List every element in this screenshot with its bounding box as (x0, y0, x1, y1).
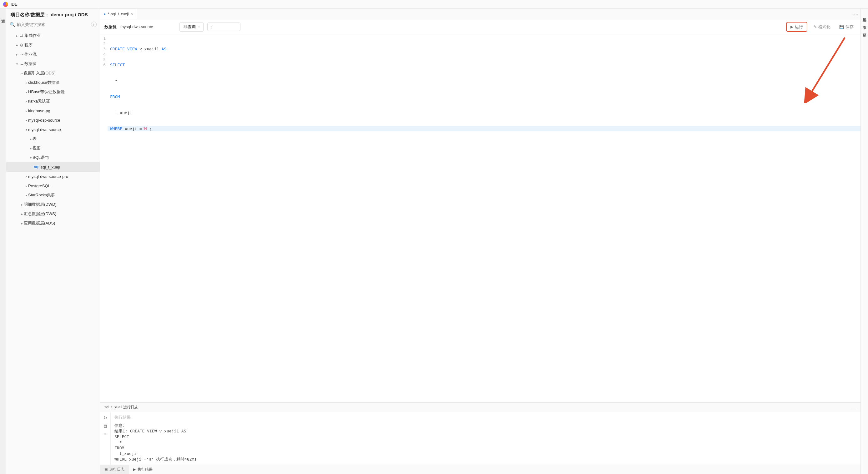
delimiter-input[interactable]: ; (207, 23, 241, 31)
sidebar-search: 🔍 + (6, 20, 100, 30)
tree-mysql-dws[interactable]: ▾mysql-dws-source (6, 125, 100, 134)
tree-programs[interactable]: ▸⚙程序 (6, 40, 100, 50)
format-button[interactable]: ✎格式化 (811, 23, 833, 31)
save-icon: 💾 (839, 25, 844, 29)
trash-icon[interactable]: 🗑 (103, 423, 107, 428)
tree-datasources[interactable]: ▾☁数据源 (6, 59, 100, 68)
tree-sql[interactable]: ▾SQL语句 (6, 153, 100, 162)
titlebar: IDE (0, 0, 868, 9)
tree-dws-layer[interactable]: ▸汇总数据层(DWS) (6, 209, 100, 219)
app-title: IDE (11, 2, 18, 6)
minimize-icon[interactable]: — (852, 405, 856, 410)
app-logo-icon (3, 2, 8, 7)
log-panel: sql_t_xueji 运行日志 — ↻ 🗑 ≡ 执行结果 信息: 结果1: C… (100, 402, 861, 465)
save-button[interactable]: 💾保存 (837, 23, 856, 31)
tab-sql-file[interactable]: ● * sql_t_xueji ✕ (100, 9, 137, 19)
query-mode-select[interactable]: 非查询 (180, 22, 204, 32)
sql-badge-icon: Sql (33, 165, 39, 168)
left-rail: 资源 (0, 9, 6, 474)
tree-dwd[interactable]: ▸明细数据层(DWD) (6, 200, 100, 209)
tree-integration-jobs[interactable]: ▸⇄集成作业 (6, 31, 100, 40)
tree-hbase[interactable]: ▸HBase带认证数据源 (6, 87, 100, 97)
tree-postgresql[interactable]: ▸PostgreSQL (6, 181, 100, 190)
play-icon: ▶ (790, 25, 793, 29)
code-editor[interactable]: 123456 CREATE VIEW v_xueji1 AS SELECT * … (100, 34, 861, 402)
log-placeholder: 执行结果 (115, 415, 857, 420)
bottom-tab-result[interactable]: ▶执行结果 (129, 465, 157, 474)
tab-dirty-marker: * (107, 12, 109, 16)
play-icon: ▶ (133, 468, 136, 472)
tree-workflows[interactable]: ▸〰作业流 (6, 50, 100, 59)
tree-ads[interactable]: ▸应用数据层(ADS) (6, 219, 100, 228)
log-panel-title: sql_t_xueji 运行日志 (104, 405, 138, 410)
tree-tables[interactable]: ▸表 (6, 134, 100, 144)
tree-kafka[interactable]: ▸kafka无认证 (6, 97, 100, 106)
refresh-icon[interactable]: ↻ (103, 415, 107, 420)
code-body[interactable]: CREATE VIEW v_xueji1 AS SELECT * FROM t_… (107, 34, 861, 402)
search-input[interactable] (17, 22, 89, 27)
bottom-tab-log[interactable]: ▤运行日志 (100, 465, 129, 474)
log-content: 执行结果 信息: 结果1: CREATE VIEW v_xueji1 AS SE… (111, 412, 861, 465)
log-panel-header: sql_t_xueji 运行日志 — (100, 403, 861, 412)
add-icon[interactable]: + (91, 22, 97, 27)
tree-ods[interactable]: ▾数据引入层(ODS) (6, 68, 100, 78)
wand-icon: ✎ (814, 25, 817, 29)
tab-indicator-icon: ● (104, 12, 106, 15)
left-rail-resources[interactable]: 资源 (0, 15, 6, 18)
tree-mysql-dws-pro[interactable]: ▸mysql-dws-source-pro (6, 172, 100, 181)
datasource-name: mysql-dws-source (120, 24, 153, 29)
sidebar-header: 项目名称/数据层： demo-proj / ODS (6, 9, 100, 20)
tree-clickhouse[interactable]: ▸clickhouse数据源 (6, 78, 100, 87)
line-gutter: 123456 (100, 34, 107, 402)
tree-sql-file[interactable]: Sqlsql_t_xueji (6, 162, 100, 172)
editor-toolbar: 数据源 mysql-dws-source 非查询 ; ▶运行 ✎格式化 💾保存 (100, 20, 861, 34)
tree-kingbase[interactable]: ▸kingbase-pg (6, 106, 100, 115)
center-area: ● * sql_t_xueji ✕ ⌄⌄ 数据源 mysql-dws-sourc… (100, 9, 861, 474)
collapse-tabs-icon[interactable]: ⌄⌄ (850, 9, 861, 19)
tab-label: sql_t_xueji (111, 12, 129, 16)
tree-mysql-dsp[interactable]: ▸mysql-dsp-source (6, 115, 100, 125)
editor-tabs: ● * sql_t_xueji ✕ ⌄⌄ (100, 9, 861, 20)
run-button[interactable]: ▶运行 (786, 22, 807, 32)
right-rail: 通用配置 版本 草稿 (861, 9, 868, 474)
project-tree: ▸⇄集成作业 ▸⚙程序 ▸〰作业流 ▾☁数据源 ▾数据引入层(ODS) ▸cli… (6, 30, 100, 474)
bottom-tabs: ▤运行日志 ▶执行结果 (100, 465, 861, 474)
datasource-label: 数据源 (104, 24, 117, 30)
close-icon[interactable]: ✕ (130, 12, 133, 16)
wrap-icon[interactable]: ≡ (104, 432, 106, 437)
sidebar: 项目名称/数据层： demo-proj / ODS 🔍 + ▸⇄集成作业 ▸⚙程… (6, 9, 100, 474)
log-tools: ↻ 🗑 ≡ (100, 412, 111, 465)
search-icon: 🔍 (9, 22, 15, 27)
tree-starrocks[interactable]: ▸StarRocks集群 (6, 190, 100, 200)
tree-views[interactable]: ▸视图 (6, 144, 100, 153)
log-icon: ▤ (104, 468, 107, 472)
log-text: 信息: 结果1: CREATE VIEW v_xueji1 AS SELECT … (115, 423, 857, 462)
